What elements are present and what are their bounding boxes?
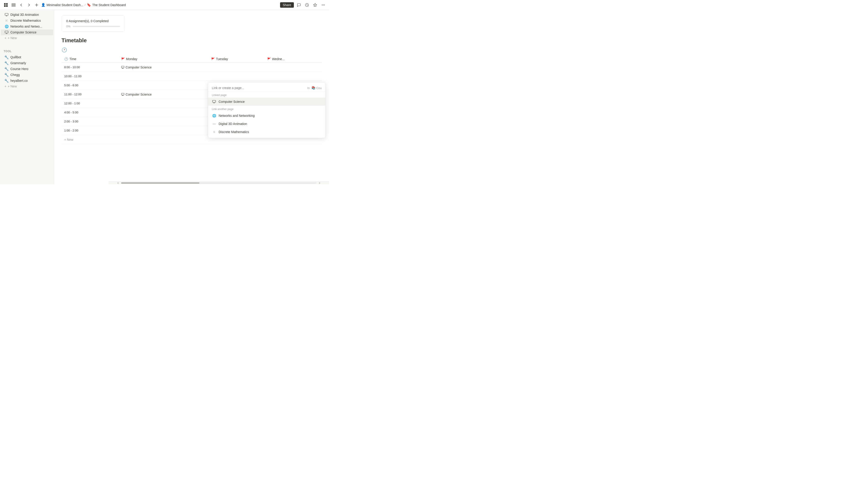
progress-bar-background: [73, 26, 120, 27]
workspace-grid-icon[interactable]: [3, 2, 9, 8]
timetable-time-cell: 1:00 - 2:00: [61, 126, 119, 135]
page-label: The Student Dashboard: [92, 3, 126, 7]
sidebar: Digital 3D Animation ⁙ Discrete Mathemat…: [0, 10, 54, 184]
breadcrumb-workspace[interactable]: 👤 Minimalist Student Dash...: [41, 3, 84, 7]
dropdown-search-input[interactable]: [212, 86, 307, 90]
sidebar-item-quillbot[interactable]: 🔧 Quillbot: [1, 54, 53, 60]
timetable-time-cell: 2:00 - 3:00: [61, 117, 119, 126]
dropdown-search-row: In 📚 Cou: [208, 84, 325, 92]
clock-icon-row: 🕐: [61, 47, 322, 53]
timetable-tuesday-cell: [209, 72, 265, 81]
th-monday-label: Monday: [126, 57, 137, 61]
history-icon[interactable]: [304, 2, 310, 8]
globe-icon-networks: 🌐: [4, 24, 8, 29]
timetable-monday-cell: [119, 126, 209, 135]
sidebar-new-tool-btn[interactable]: + + New: [1, 84, 53, 89]
sidebar-item-digital3d[interactable]: Digital 3D Animation: [1, 12, 53, 18]
course-link-monday-0[interactable]: Computer Science: [121, 66, 206, 69]
main-layout: Digital 3D Animation ⁙ Discrete Mathemat…: [0, 10, 329, 184]
add-page-button[interactable]: [33, 2, 40, 8]
timetable-monday-cell: [119, 99, 209, 108]
menu-icon[interactable]: [10, 2, 17, 8]
sidebar-label-coursehero: Course Hero: [10, 67, 28, 71]
wrench-icon-heyalbert: 🔧: [4, 78, 8, 83]
dropdown-networks-label: Networks and Networking: [219, 114, 255, 118]
forward-button[interactable]: [26, 2, 32, 8]
sidebar-item-label-cs: Computer Science: [10, 31, 36, 34]
link-another-section-label: Link another page: [208, 106, 325, 111]
timetable-row: 10:00 - 11:00: [61, 72, 322, 81]
svg-rect-15: [213, 100, 216, 102]
breadcrumb-page[interactable]: 🔖 The Student Dashboard: [87, 3, 126, 7]
assignment-text: 0 Assignment(s), 0 Completed: [66, 19, 120, 23]
sidebar-new-course-btn[interactable]: + + New: [1, 35, 53, 41]
plus-icon-courses: +: [4, 36, 6, 40]
dots3d-icon-discrete: ⁙: [4, 19, 8, 23]
dots3d-icon-discrete-dropdown: ⁙: [212, 130, 216, 134]
clock-header-icon: 🕐: [64, 57, 68, 61]
sidebar-label-chegg: Chegg: [10, 73, 20, 76]
dropdown-discrete-label: Discrete Mathematics: [219, 130, 249, 134]
timetable-monday-cell[interactable]: Computer Science: [119, 63, 209, 72]
horizontal-scrollbar[interactable]: [108, 181, 329, 184]
topbar: 👤 Minimalist Student Dash... / 🔖 The Stu…: [0, 0, 329, 10]
wrench-icon-quillbot: 🔧: [4, 55, 8, 59]
svg-point-8: [322, 4, 322, 5]
timetable-monday-cell: [119, 117, 209, 126]
comments-icon[interactable]: [296, 2, 302, 8]
sidebar-item-chegg[interactable]: 🔧 Chegg: [1, 72, 53, 78]
timetable-monday-cell[interactable]: Computer Science: [119, 90, 209, 99]
back-button[interactable]: [18, 2, 24, 8]
sidebar-item-grammarly[interactable]: 🔧 Grammarly: [1, 60, 53, 66]
sidebar-item-cs[interactable]: Computer Science: [1, 29, 53, 35]
dropdown-linked-item-cs[interactable]: Computer Science: [208, 98, 325, 106]
th-wednesday: 🚩 Wedne...: [265, 55, 322, 63]
timetable-monday-cell: [119, 108, 209, 117]
svg-rect-3: [6, 5, 8, 7]
dropdown-discrete-item[interactable]: ⁙ Discrete Mathematics: [208, 128, 325, 136]
th-tuesday-label: Tuesday: [216, 57, 228, 61]
sidebar-label-grammarly: Grammarly: [10, 61, 26, 65]
tools-section-label: Tool: [0, 46, 54, 54]
course-hint-icon: 📚: [311, 86, 315, 90]
sidebar-item-coursehero[interactable]: 🔧 Course Hero: [1, 66, 53, 72]
monitor-icon-digital3d: [4, 13, 8, 17]
share-button[interactable]: Share: [280, 2, 294, 8]
star-icon[interactable]: [312, 2, 318, 8]
timetable-time-cell: 12:00 - 1:00: [61, 99, 119, 108]
monitor-icon-dropdown-cs: [212, 99, 216, 104]
scroll-right-arrow[interactable]: [317, 181, 322, 185]
scroll-left-arrow[interactable]: [116, 181, 120, 185]
sidebar-item-label-discrete: Discrete Mathematics: [10, 19, 41, 22]
monitor-icon-cs: [4, 30, 8, 34]
sidebar-label-quillbot: Quillbot: [10, 55, 21, 59]
timetable-time-cell: 5:00 - 6:00: [61, 81, 119, 90]
th-time: 🕐 Time: [61, 55, 119, 63]
flag-wednesday-icon: 🚩: [267, 57, 271, 61]
scrollbar-thumb[interactable]: [121, 182, 199, 184]
svg-rect-5: [11, 5, 16, 5]
svg-rect-4: [11, 4, 16, 4]
sidebar-item-label-digital3d: Digital 3D Animation: [10, 13, 39, 17]
workspace-avatar: 👤: [41, 3, 45, 7]
more-options-icon[interactable]: [320, 2, 327, 8]
sidebar-item-heyalbert[interactable]: 🔧 heyalbert.co: [1, 78, 53, 84]
wrench-icon-chegg: 🔧: [4, 73, 8, 77]
timetable-monday-cell: [119, 72, 209, 81]
dropdown-right-hint: In 📚 Cou: [307, 86, 322, 90]
clock-icon: 🕐: [61, 47, 67, 53]
sidebar-item-networks[interactable]: 🌐 Networks and Netwo...: [1, 24, 53, 29]
workspace-label: Minimalist Student Dash...: [46, 3, 84, 7]
course-hint-label: Cou: [316, 86, 322, 90]
content-area: 0 Assignment(s), 0 Completed 0% Timetabl…: [54, 10, 329, 184]
timetable-time-cell: 11:00 - 12:00: [61, 90, 119, 99]
dropdown-digital3d-label: Digital 3D Animation: [219, 122, 247, 126]
scrollbar-track[interactable]: [121, 182, 316, 184]
timetable-time-cell: 4:00 - 5:00: [61, 108, 119, 117]
topbar-left: 👤 Minimalist Student Dash... / 🔖 The Stu…: [3, 2, 278, 8]
timetable-tuesday-cell: [209, 63, 265, 72]
dropdown-digital3d-item[interactable]: ⋯ Digital 3D Animation: [208, 120, 325, 128]
dropdown-networks-item[interactable]: 🌐 Networks and Networking: [208, 111, 325, 120]
sidebar-item-discrete-math[interactable]: ⁙ Discrete Mathematics: [1, 18, 53, 24]
course-link-monday-3[interactable]: Computer Science: [121, 93, 206, 96]
